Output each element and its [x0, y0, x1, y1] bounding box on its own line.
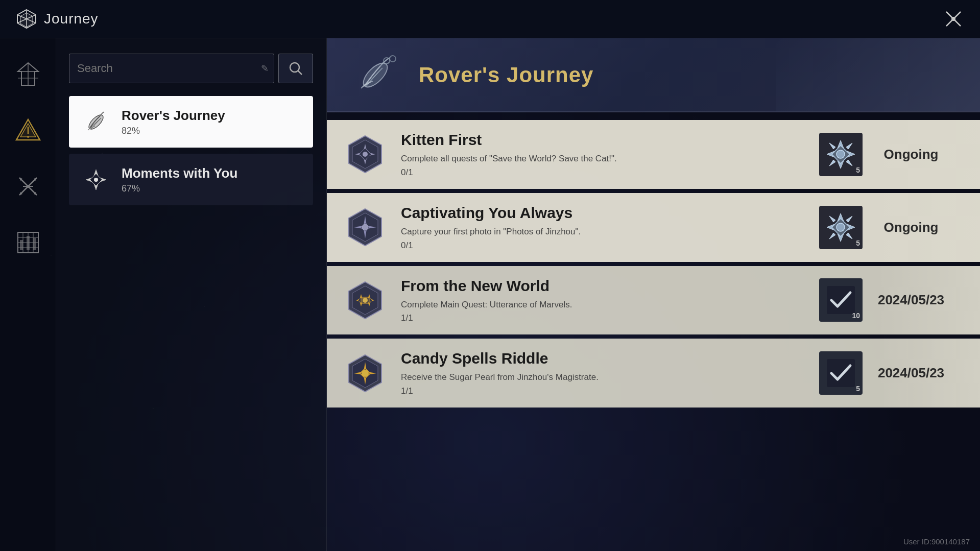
captivating-reward-count: 5 — [856, 239, 860, 247]
candy-spells-desc: Receive the Sugar Pearl from Jinzhou's M… — [401, 371, 806, 384]
captivating-desc: Capture your first photo in "Photos of J… — [401, 226, 806, 238]
kitten-first-title: Kitten First — [401, 131, 806, 149]
rovers-journey-icon — [79, 105, 112, 138]
candy-spells-reward-count: 5 — [856, 385, 860, 393]
moments-with-you-icon — [79, 163, 112, 196]
kitten-first-desc: Complete all quests of "Save the World? … — [401, 153, 806, 165]
candy-spells-reward: 5 2024/05/23 — [819, 351, 949, 395]
journey-item-moments-with-you[interactable]: Moments with You 67% — [69, 154, 313, 205]
left-panel: ✎ Rover's Journey 82% — [56, 38, 327, 551]
svg-marker-4 — [20, 13, 33, 27]
svg-point-9 — [951, 17, 955, 21]
candy-spells-badge — [342, 350, 388, 396]
candy-spells-status: 2024/05/23 — [873, 365, 949, 381]
moments-with-you-text: Moments with You 67% — [122, 165, 303, 194]
main-panel: Rover's Journey — [327, 38, 980, 551]
rovers-journey-title: Rover's Journey — [122, 108, 303, 124]
svg-rect-34 — [27, 236, 30, 250]
quest-item-candy-spells[interactable]: ✓ Candy Spells — [327, 339, 980, 408]
kitten-first-badge — [342, 131, 388, 177]
new-world-title: From the New World — [401, 277, 806, 295]
svg-point-59 — [836, 150, 845, 158]
svg-marker-69 — [829, 233, 835, 239]
svg-point-80 — [362, 370, 369, 377]
new-world-desc: Complete Main Quest: Utterance of Marvel… — [401, 299, 806, 311]
svg-point-21 — [27, 185, 30, 188]
moments-with-you-title: Moments with You — [122, 165, 303, 181]
svg-line-37 — [298, 71, 302, 75]
svg-point-40 — [94, 178, 98, 182]
rovers-journey-text: Rover's Journey 82% — [122, 108, 303, 136]
kitten-first-info: Kitten First Complete all quests of "Sav… — [401, 131, 806, 178]
svg-marker-54 — [829, 143, 835, 149]
logo-icon — [15, 8, 38, 30]
sidebar-icon-combat[interactable] — [13, 171, 43, 202]
new-world-progress: 1/1 — [401, 313, 806, 323]
kitten-first-reward-box: 5 — [819, 133, 863, 176]
quest-list[interactable]: Kitten First Complete all quests of "Sav… — [327, 112, 980, 551]
edit-icon: ✎ — [261, 63, 269, 74]
svg-point-72 — [836, 223, 845, 231]
search-button[interactable] — [278, 54, 313, 83]
moments-with-you-progress: 67% — [122, 183, 303, 194]
sidebar — [0, 38, 56, 551]
candy-spells-progress: 1/1 — [401, 386, 806, 396]
new-world-badge — [342, 277, 388, 323]
captivating-status: Ongoing — [873, 220, 949, 235]
search-input-wrapper[interactable]: ✎ — [69, 54, 274, 83]
captivating-title: Captivating You Always — [401, 204, 806, 222]
svg-point-45 — [390, 56, 396, 62]
app-title: Journey — [44, 11, 99, 27]
kitten-first-reward: 5 Ongoing — [819, 133, 949, 176]
header-feather-icon — [347, 47, 403, 103]
candy-spells-reward-box: 5 — [819, 351, 863, 395]
svg-point-44 — [384, 58, 390, 64]
svg-point-62 — [362, 224, 368, 230]
sidebar-icon-stats[interactable] — [13, 227, 43, 258]
captivating-progress: 0/1 — [401, 241, 806, 251]
captivating-reward: 5 Ongoing — [819, 206, 949, 249]
new-world-reward-box: 10 — [819, 278, 863, 322]
top-bar: Journey — [0, 0, 980, 38]
search-input[interactable] — [69, 56, 274, 81]
svg-marker-57 — [846, 160, 852, 166]
captivating-info: Captivating You Always Capture your firs… — [401, 204, 806, 251]
sidebar-icon-navigation1[interactable] — [13, 59, 43, 89]
kitten-first-progress: 0/1 — [401, 167, 806, 178]
new-world-reward: 10 2024/05/23 — [819, 278, 949, 322]
svg-point-75 — [363, 298, 368, 303]
svg-point-36 — [290, 63, 299, 72]
candy-spells-info: Candy Spells Riddle Receive the Sugar Pe… — [401, 350, 806, 396]
close-icon[interactable] — [942, 8, 965, 30]
logo-area: Journey — [15, 8, 99, 30]
main-header: Rover's Journey — [327, 38, 980, 112]
quest-item-new-world[interactable]: ✓ — [327, 266, 980, 335]
user-id: User ID:900140187 — [903, 537, 970, 546]
sidebar-icon-navigation2[interactable] — [13, 115, 43, 146]
quest-item-captivating[interactable]: Captivating You Always Capture your firs… — [327, 193, 980, 262]
new-world-status: 2024/05/23 — [873, 292, 949, 308]
new-world-reward-count: 10 — [852, 312, 860, 320]
svg-point-17 — [27, 136, 29, 138]
candy-spells-title: Candy Spells Riddle — [401, 350, 806, 367]
search-container: ✎ — [69, 54, 313, 83]
rovers-journey-progress: 82% — [122, 126, 303, 136]
svg-marker-68 — [846, 216, 852, 222]
main-header-title: Rover's Journey — [419, 63, 593, 87]
new-world-info: From the New World Complete Main Quest: … — [401, 277, 806, 324]
svg-rect-35 — [33, 238, 36, 250]
svg-rect-33 — [20, 240, 23, 250]
svg-point-49 — [363, 152, 368, 157]
svg-marker-55 — [846, 143, 852, 149]
journey-item-rovers-journey[interactable]: Rover's Journey 82% — [69, 96, 313, 148]
captivating-badge — [342, 204, 388, 250]
captivating-reward-box: 5 — [819, 206, 863, 249]
svg-marker-70 — [846, 233, 852, 239]
kitten-first-status: Ongoing — [873, 147, 949, 162]
kitten-first-reward-count: 5 — [856, 166, 860, 174]
quest-item-kitten-first[interactable]: Kitten First Complete all quests of "Sav… — [327, 120, 980, 189]
svg-marker-56 — [829, 160, 835, 166]
svg-marker-67 — [829, 216, 835, 222]
